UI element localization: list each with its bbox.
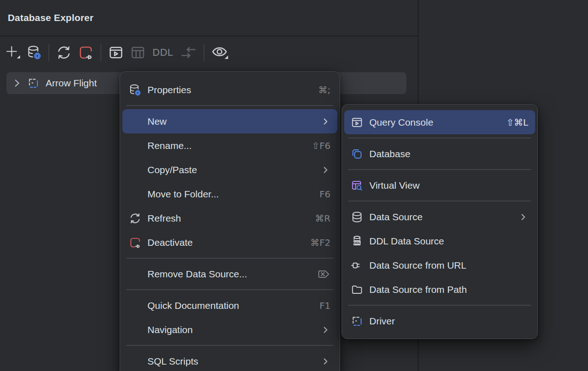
context-menu: Properties ⌘; New Rename... ⇧F6 Copy/Pas… (120, 71, 340, 371)
shortcut-hint: ⌘; (318, 85, 331, 95)
menu-item-label: Virtual View (369, 180, 528, 191)
deactivate-icon (77, 44, 95, 61)
menu-separator (122, 286, 337, 293)
new-submenu: Query Console ⇧⌘L Database Virtual View (341, 104, 538, 339)
menu-item-label: Properties (147, 85, 310, 95)
menu-item-refresh[interactable]: Refresh ⌘R (122, 206, 337, 230)
virtual-view-icon (349, 179, 365, 192)
menu-separator (122, 254, 337, 262)
menu-item-label: New (147, 116, 312, 127)
submenu-arrow-icon (518, 212, 528, 222)
toolbar-separator (100, 44, 101, 61)
refresh-button[interactable] (53, 42, 75, 63)
ddl-data-source-icon: DDL (349, 234, 365, 248)
data-source-properties-icon (127, 83, 143, 97)
menu-separator (122, 102, 337, 109)
menu-item-properties[interactable]: Properties ⌘; (122, 78, 337, 102)
submenu-arrow-icon (320, 165, 331, 175)
eye-dropdown-icon (210, 43, 230, 62)
query-console-icon (107, 44, 125, 61)
toolbar-separator (204, 44, 205, 61)
shortcut-hint: ⌘R (315, 213, 331, 224)
menu-item-label: Navigation (147, 324, 312, 335)
menu-item-label: Data Source from Path (369, 284, 528, 295)
deactivate-button[interactable] (75, 42, 97, 63)
add-button[interactable] (3, 42, 24, 63)
data-source-properties-button[interactable] (24, 42, 45, 63)
menu-separator (344, 134, 535, 142)
menu-item-label: Driver (369, 316, 528, 327)
shortcut-hint: ⇧⌘L (506, 117, 528, 128)
jump-to-query-console-button[interactable] (105, 42, 127, 63)
menu-item-sql-scripts[interactable]: SQL Scripts (122, 349, 337, 371)
table-button (127, 42, 149, 63)
menu-item-label: SQL Scripts (147, 356, 312, 367)
dump-to-ddl-button (177, 42, 200, 63)
menu-separator (344, 166, 535, 173)
chevron-right-icon[interactable] (11, 77, 23, 89)
menu-item-rename[interactable]: Rename... ⇧F6 (122, 133, 337, 158)
folder-icon (349, 283, 365, 297)
header-divider (0, 36, 418, 37)
page-title: Database Explorer (8, 12, 94, 23)
menu-item-label: DDL Data Source (369, 236, 528, 247)
menu-item-label: Rename... (147, 140, 304, 151)
shortcut-hint: ⌘F2 (310, 237, 331, 248)
delete-icon (317, 268, 331, 281)
shortcut-hint: F1 (320, 300, 331, 311)
menu-item-label: Data Source (369, 212, 510, 223)
view-options-button[interactable] (208, 42, 232, 63)
menu-item-label: Remove Data Source... (147, 269, 309, 280)
menu-item-label: Quick Documentation (147, 300, 311, 311)
database-icon (349, 147, 365, 161)
submenu-arrow-icon (320, 325, 331, 335)
menu-item-quick-documentation[interactable]: Quick Documentation F1 (122, 293, 337, 318)
toolbar-separator (48, 44, 49, 61)
submenu-item-database[interactable]: Database (344, 142, 535, 166)
refresh-icon (127, 212, 143, 225)
database-explorer-toolbar: DDL (3, 38, 232, 67)
menu-separator (344, 302, 535, 309)
query-console-icon (349, 116, 365, 129)
menu-item-deactivate[interactable]: Deactivate ⌘F2 (122, 230, 337, 254)
menu-item-remove-data-source[interactable]: Remove Data Source... (122, 262, 337, 286)
submenu-item-data-source-from-path[interactable]: Data Source from Path (344, 277, 535, 302)
deactivate-icon (127, 236, 143, 249)
tool-window-header: Database Explorer (0, 0, 418, 36)
menu-item-label: Database (369, 148, 528, 159)
data-source-icon (349, 210, 365, 224)
submenu-item-data-source[interactable]: Data Source (344, 205, 535, 229)
driver-icon (349, 314, 365, 328)
menu-separator (344, 197, 535, 205)
menu-item-label: Deactivate (147, 237, 302, 248)
plus-dropdown-icon (5, 44, 22, 61)
submenu-item-query-console[interactable]: Query Console ⇧⌘L (344, 110, 535, 134)
menu-separator (122, 342, 337, 349)
menu-item-navigation[interactable]: Navigation (122, 318, 337, 342)
data-source-properties-icon (26, 44, 43, 61)
ddl-button-label: DDL (151, 47, 175, 58)
tree-item-label: Arrow Flight (46, 78, 97, 89)
shortcut-hint: F6 (320, 189, 331, 200)
driver-icon (26, 76, 40, 90)
submenu-arrow-icon (320, 356, 331, 366)
submenu-arrow-icon (320, 117, 331, 127)
swap-arrows-icon (179, 44, 198, 61)
submenu-item-data-source-from-url[interactable]: Data Source from URL (344, 253, 535, 277)
table-icon (129, 44, 147, 61)
menu-item-move-to-folder[interactable]: Move to Folder... F6 (122, 182, 337, 206)
submenu-item-ddl-data-source[interactable]: DDL DDL Data Source (344, 229, 535, 253)
ddl-button: DDL (149, 42, 177, 63)
menu-item-copy-paste[interactable]: Copy/Paste (122, 158, 337, 182)
menu-item-label: Copy/Paste (147, 164, 312, 175)
shortcut-hint: ⇧F6 (312, 140, 331, 151)
menu-item-label: Refresh (147, 213, 307, 224)
menu-item-label: Query Console (369, 117, 498, 128)
submenu-item-driver[interactable]: Driver (344, 309, 535, 333)
menu-item-new[interactable]: New (122, 109, 337, 133)
svg-text:DDL: DDL (353, 241, 361, 245)
refresh-icon (55, 44, 73, 61)
menu-item-label: Move to Folder... (147, 189, 311, 200)
menu-item-label: Data Source from URL (369, 260, 528, 271)
submenu-item-virtual-view[interactable]: Virtual View (344, 173, 535, 197)
